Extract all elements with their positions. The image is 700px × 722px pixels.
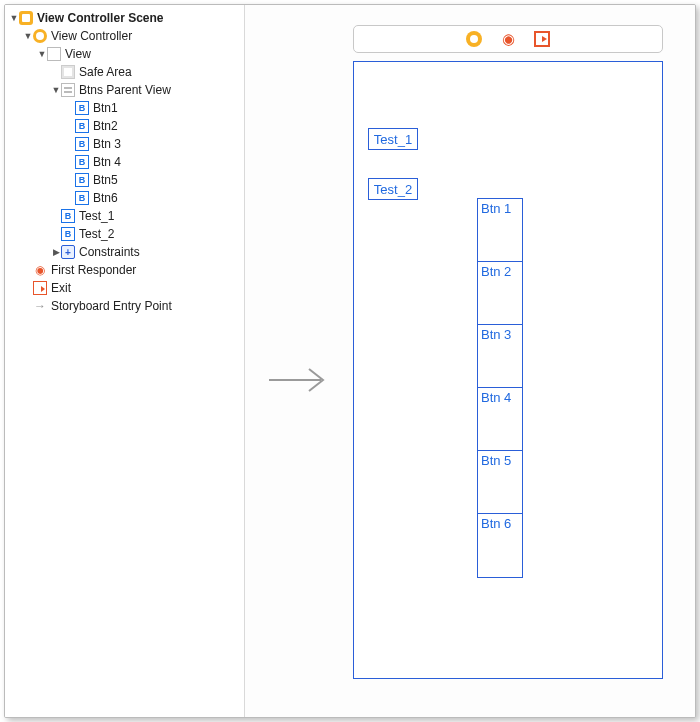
outline-scene[interactable]: ▼ View Controller Scene	[5, 9, 244, 27]
storyboard-entry-arrow-icon	[265, 365, 335, 395]
button-icon: B	[75, 101, 89, 115]
scene-label: View Controller Scene	[37, 11, 164, 25]
scene-dock[interactable]: ◉	[353, 25, 663, 53]
outline-first-responder[interactable]: ▼◉First Responder	[5, 261, 244, 279]
canvas-stack-btn[interactable]: Btn 2	[478, 262, 522, 325]
canvas-stack-btn[interactable]: Btn 4	[478, 388, 522, 451]
outline-safe-area[interactable]: ▼ Safe Area	[5, 63, 244, 81]
outline-btn[interactable]: ▼BBtn6	[5, 189, 244, 207]
outline-constraints[interactable]: ▶Constraints	[5, 243, 244, 261]
outline-test1[interactable]: ▼BTest_1	[5, 207, 244, 225]
outline-view[interactable]: ▼ View	[5, 45, 244, 63]
interface-builder-canvas[interactable]: ◉ Test_1 Test_2 Btn 1 Btn 2 Btn 3 Btn 4 …	[245, 5, 695, 717]
exit-icon	[33, 281, 47, 295]
parent-view-label: Btns Parent View	[79, 83, 171, 97]
first-responder-icon[interactable]: ◉	[500, 31, 516, 47]
canvas-stack-btn[interactable]: Btn 1	[478, 199, 522, 262]
outline-btn[interactable]: ▼BBtn 4	[5, 153, 244, 171]
outline-btn[interactable]: ▼BBtn 3	[5, 135, 244, 153]
button-icon: B	[75, 173, 89, 187]
button-icon: B	[75, 191, 89, 205]
safe-area-label: Safe Area	[79, 65, 132, 79]
view-label: View	[65, 47, 91, 61]
window-frame: ▼ View Controller Scene ▼ View Controlle…	[4, 4, 696, 718]
safe-area-icon	[61, 65, 75, 79]
outline-exit[interactable]: ▼Exit	[5, 279, 244, 297]
canvas-stack-btn[interactable]: Btn 5	[478, 451, 522, 514]
canvas-stack-btn[interactable]: Btn 3	[478, 325, 522, 388]
view-controller-icon[interactable]	[466, 31, 482, 47]
view-icon	[47, 47, 61, 61]
cube-icon: ◉	[33, 263, 47, 277]
scene-icon	[19, 11, 33, 25]
outline-btn[interactable]: ▼BBtn1	[5, 99, 244, 117]
canvas-test2-button[interactable]: Test_2	[368, 178, 418, 200]
outline-parent-view[interactable]: ▼ Btns Parent View	[5, 81, 244, 99]
outline-test2[interactable]: ▼BTest_2	[5, 225, 244, 243]
button-icon: B	[61, 209, 75, 223]
stack-view-icon	[61, 83, 75, 97]
outline-btn[interactable]: ▼BBtn2	[5, 117, 244, 135]
button-icon: B	[75, 155, 89, 169]
exit-icon[interactable]	[534, 31, 550, 47]
canvas-test1-button[interactable]: Test_1	[368, 128, 418, 150]
document-outline[interactable]: ▼ View Controller Scene ▼ View Controlle…	[5, 5, 245, 717]
button-icon: B	[75, 137, 89, 151]
device-view[interactable]: Test_1 Test_2 Btn 1 Btn 2 Btn 3 Btn 4 Bt…	[353, 61, 663, 679]
outline-view-controller[interactable]: ▼ View Controller	[5, 27, 244, 45]
vc-label: View Controller	[51, 29, 132, 43]
canvas-btns-parent-view[interactable]: Btn 1 Btn 2 Btn 3 Btn 4 Btn 5 Btn 6	[477, 198, 523, 578]
outline-btn[interactable]: ▼BBtn5	[5, 171, 244, 189]
button-icon: B	[75, 119, 89, 133]
button-icon: B	[61, 227, 75, 241]
canvas-stack-btn[interactable]: Btn 6	[478, 514, 522, 577]
constraints-icon	[61, 245, 75, 259]
view-controller-icon	[33, 29, 47, 43]
arrow-right-icon: →	[33, 299, 47, 313]
outline-entry-point[interactable]: ▼→Storyboard Entry Point	[5, 297, 244, 315]
